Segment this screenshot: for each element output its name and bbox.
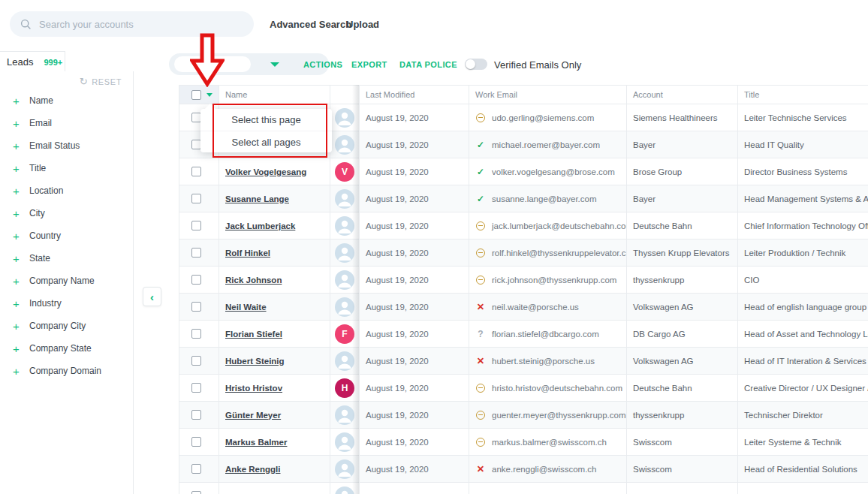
reset-filters-button[interactable]: ↻ RESET <box>80 77 122 86</box>
advanced-search-link[interactable]: Advanced Search <box>270 19 351 30</box>
table-row: Hristo HristovHAugust 19, 2020hristo.hri… <box>179 375 868 402</box>
sidebar-filter-title[interactable]: +Title <box>0 157 133 179</box>
plus-icon: + <box>13 163 22 174</box>
menu-item-select-this-page[interactable]: Select this page <box>200 109 332 131</box>
last-modified-date: August 19, 2020 <box>366 330 429 339</box>
column-header-name[interactable]: Name <box>219 86 330 104</box>
sidebar-filter-country[interactable]: +Country <box>0 224 133 247</box>
sidebar-filter-email[interactable]: +Email <box>0 112 133 134</box>
name-cell: Neil Waite <box>219 294 330 320</box>
last-modified-cell <box>360 483 469 494</box>
sidebar-filter-location[interactable]: +Location <box>0 179 133 202</box>
row-checkbox[interactable] <box>191 329 201 339</box>
job-title: Head of IT Interation & Services <box>744 357 866 366</box>
sidebar-filter-company-state[interactable]: +Company State <box>0 337 133 360</box>
work-email: michael.roemer@bayer.com <box>492 140 600 149</box>
sidebar-filter-state[interactable]: +State <box>0 247 133 270</box>
row-select-cell <box>179 294 219 320</box>
account-cell: Bayer <box>627 131 738 158</box>
row-select-cell <box>179 158 219 185</box>
table-row: Susanne LangeAugust 19, 2020✓susanne.lan… <box>179 185 868 212</box>
select-all-checkbox[interactable] <box>191 90 201 100</box>
lead-name-link[interactable]: Rick Johnson <box>225 276 282 285</box>
lead-name-link[interactable]: Markus Balmer <box>225 438 287 447</box>
job-title: Leiter Technische Services <box>744 113 847 122</box>
email-status-valid-icon: ✓ <box>475 167 486 177</box>
last-modified-date: August 19, 2020 <box>366 303 429 312</box>
column-header-account[interactable]: Account <box>627 86 738 104</box>
account-name: Thyssen Krupp Elevators <box>633 249 729 258</box>
lead-name-link[interactable]: Florian Stiefel <box>225 330 282 339</box>
row-select-cell <box>179 321 219 347</box>
row-checkbox[interactable] <box>191 464 201 474</box>
lead-name-link[interactable]: Hristo Hristov <box>225 384 282 393</box>
data-police-button[interactable]: DATA POLICE <box>399 60 457 69</box>
plus-icon: + <box>13 140 22 152</box>
account-cell: Swisscom <box>627 429 738 455</box>
filter-label: Company State <box>29 343 92 354</box>
row-checkbox[interactable] <box>191 491 201 494</box>
filter-label: Email <box>29 118 52 128</box>
column-header-title[interactable]: Title <box>738 86 868 104</box>
avatar: V <box>335 162 354 182</box>
plus-icon: + <box>13 185 22 197</box>
column-header-work-email[interactable]: Work Email <box>469 86 627 104</box>
email-status-catchall-icon <box>476 249 485 258</box>
lead-name-link[interactable]: Anke Renggli <box>225 465 280 474</box>
email-status-valid-icon: ✓ <box>475 140 486 150</box>
upload-link[interactable]: Upload <box>346 19 379 30</box>
sidebar-filter-company-name[interactable]: +Company Name <box>0 270 133 292</box>
title-cell: Head of english language group <box>738 294 868 320</box>
lead-name-link[interactable]: Susanne Lange <box>225 194 289 203</box>
email-status-catchall-icon <box>476 221 485 230</box>
row-checkbox[interactable] <box>191 275 201 285</box>
lead-name-link[interactable]: Hubert Steinig <box>225 357 285 366</box>
sidebar-filter-email-status[interactable]: +Email Status <box>0 134 133 157</box>
row-checkbox[interactable] <box>191 248 201 258</box>
account-cell: thyssenkrupp <box>627 402 738 428</box>
avatar-cell <box>330 294 360 320</box>
tab-leads[interactable]: Leads 999+ <box>0 51 65 72</box>
avatar-cell <box>330 267 360 293</box>
sidebar-filter-city[interactable]: +City <box>0 202 133 224</box>
export-button[interactable]: EXPORT <box>351 60 387 69</box>
avatar-cell <box>330 239 360 266</box>
lead-name-link[interactable]: Neil Waite <box>225 303 267 312</box>
row-checkbox[interactable] <box>191 383 201 393</box>
row-select-cell <box>179 212 219 239</box>
avatar <box>335 297 354 317</box>
sidebar-collapse-button[interactable]: ‹ <box>143 287 161 306</box>
account-search-bar[interactable] <box>10 11 254 37</box>
row-checkbox[interactable] <box>191 356 201 366</box>
sidebar-filter-industry[interactable]: +Industry <box>0 292 133 315</box>
row-select-cell <box>179 267 219 293</box>
lead-name-link[interactable]: Volker Vogelgesang <box>225 167 306 176</box>
actions-button[interactable]: ACTIONS <box>303 60 342 69</box>
avatar <box>335 243 354 263</box>
account-cell: Deutsche Bahn <box>627 212 738 239</box>
lead-name-link[interactable]: Günter Meyer <box>225 411 281 420</box>
filter-label: Company Domain <box>29 366 101 376</box>
row-select-cell <box>179 456 219 482</box>
plus-icon: + <box>13 366 22 377</box>
work-email-cell: ?florian.stiefel@dbcargo.com <box>469 321 627 347</box>
lead-name-link[interactable]: Rolf Hinkel <box>225 249 270 258</box>
search-input[interactable] <box>39 19 243 30</box>
sidebar-filter-company-city[interactable]: +Company City <box>0 315 133 337</box>
select-menu-caret-icon[interactable] <box>206 93 212 97</box>
row-checkbox[interactable] <box>191 302 201 312</box>
job-title: Technischer Direktor <box>744 411 823 420</box>
row-checkbox[interactable] <box>191 437 201 447</box>
sidebar-filter-name[interactable]: +Name <box>0 89 133 112</box>
column-header-last-modified[interactable]: Last Modified <box>360 86 469 104</box>
row-checkbox[interactable] <box>191 221 201 230</box>
row-checkbox[interactable] <box>191 167 201 176</box>
sidebar-filter-company-domain[interactable]: +Company Domain <box>0 360 133 382</box>
row-checkbox[interactable] <box>191 194 201 203</box>
last-modified-cell: August 19, 2020 <box>360 212 469 239</box>
row-checkbox[interactable] <box>191 410 201 420</box>
menu-item-select-all-pages[interactable]: Select all pages <box>200 131 332 152</box>
verified-emails-toggle[interactable] <box>465 59 487 70</box>
lead-name-link[interactable]: Jack Lumberjack <box>225 221 295 230</box>
work-email-cell: rolf.hinkel@thyssenkruppelevator.c... <box>469 239 627 266</box>
